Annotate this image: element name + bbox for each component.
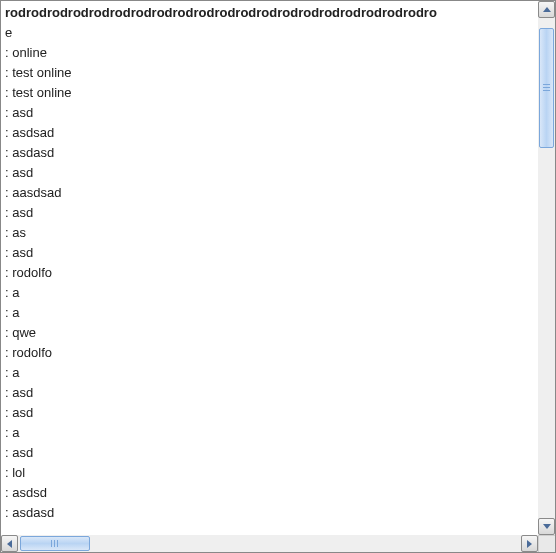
log-line: : asd: [5, 443, 534, 463]
log-line: : asd: [5, 203, 534, 223]
log-line: : a: [5, 423, 534, 443]
log-line: e: [5, 23, 534, 43]
thumb-grip-icon: [543, 84, 550, 92]
chevron-right-icon: [527, 540, 532, 548]
log-line: : rodolfo: [5, 343, 534, 363]
log-line: : a: [5, 363, 534, 383]
horizontal-scrollbar-track[interactable]: [18, 535, 521, 552]
log-line: : online: [5, 43, 534, 63]
scrollbar-corner: [538, 535, 555, 552]
log-line: : asd: [5, 103, 534, 123]
log-line: : asd: [5, 243, 534, 263]
vertical-scrollbar[interactable]: [538, 1, 555, 535]
log-line: : asdsad: [5, 123, 534, 143]
messages-list: e: online: test online: test online: asd…: [5, 23, 534, 523]
log-line: : as: [5, 223, 534, 243]
log-line: : asd: [5, 163, 534, 183]
scroll-right-button[interactable]: [521, 535, 538, 552]
scroll-left-button[interactable]: [1, 535, 18, 552]
log-content: rodrodrodrodrodrodrodrodrodrodrodrodrodr…: [1, 1, 538, 525]
log-line: : rodolfo: [5, 263, 534, 283]
log-line: : test online: [5, 63, 534, 83]
scroll-up-button[interactable]: [538, 1, 555, 18]
chevron-left-icon: [7, 540, 12, 548]
chevron-down-icon: [543, 524, 551, 529]
log-line: : asdasd: [5, 503, 534, 523]
log-line: : asdasd: [5, 143, 534, 163]
log-line: : a: [5, 283, 534, 303]
log-line: : lol: [5, 463, 534, 483]
log-line: : aasdsad: [5, 183, 534, 203]
log-panel: rodrodrodrodrodrodrodrodrodrodrodrodrodr…: [0, 0, 556, 553]
log-line: : asd: [5, 403, 534, 423]
log-line: : asd: [5, 383, 534, 403]
horizontal-scrollbar-thumb[interactable]: [20, 536, 90, 551]
log-line: : test online: [5, 83, 534, 103]
log-viewport[interactable]: rodrodrodrodrodrodrodrodrodrodrodrodrodr…: [1, 1, 538, 535]
log-line: : a: [5, 303, 534, 323]
vertical-scrollbar-thumb[interactable]: [539, 28, 554, 148]
vertical-scrollbar-track[interactable]: [538, 18, 555, 518]
scroll-down-button[interactable]: [538, 518, 555, 535]
chevron-up-icon: [543, 7, 551, 12]
log-line: : qwe: [5, 323, 534, 343]
thumb-grip-icon: [51, 540, 59, 547]
horizontal-scrollbar[interactable]: [1, 535, 538, 552]
log-line: : asdsd: [5, 483, 534, 503]
header-line: rodrodrodrodrodrodrodrodrodrodrodrodrodr…: [5, 3, 534, 23]
